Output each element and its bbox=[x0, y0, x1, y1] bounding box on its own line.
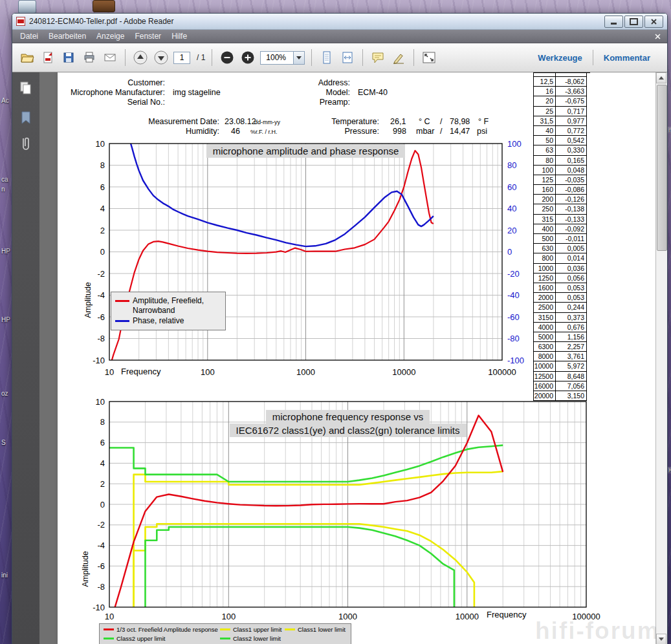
zoom-out-button[interactable] bbox=[219, 49, 236, 66]
save-button[interactable] bbox=[60, 49, 77, 66]
table-row: 1000,048 bbox=[534, 166, 590, 175]
serial-label: Serial No.: bbox=[61, 98, 165, 107]
werkzeuge-link[interactable]: Werkzeuge bbox=[527, 53, 592, 63]
legend-label: Class2 upper limit bbox=[116, 635, 166, 642]
vertical-scrollbar[interactable] bbox=[655, 72, 667, 644]
desktop-glass-icon[interactable] bbox=[18, 0, 36, 14]
legend-line-sample bbox=[104, 628, 114, 630]
level-cell: 0,373 bbox=[556, 313, 587, 323]
table-row: 125-0,035 bbox=[534, 175, 590, 185]
next-page-button[interactable] bbox=[153, 49, 170, 66]
fit-page-icon bbox=[341, 50, 354, 65]
svg-text:100: 100 bbox=[221, 612, 236, 621]
level-cell: -8,062 bbox=[556, 77, 587, 87]
legend-label: Amplitude, Freefield, Narrowband bbox=[133, 296, 221, 316]
level-cell: 0,053 bbox=[556, 283, 587, 293]
frequency-cell: 160 bbox=[534, 185, 556, 195]
menu-bearbeiten[interactable]: Bearbeiten bbox=[43, 30, 91, 42]
tolerance-limits-chart: -10-8-6-4-2024681010100100010000100000 m… bbox=[77, 396, 621, 644]
bookmarks-button[interactable] bbox=[16, 107, 36, 128]
table-row: 250,717 bbox=[534, 107, 590, 116]
minimize-button[interactable] bbox=[604, 16, 623, 28]
level-cell: 0,056 bbox=[556, 274, 587, 283]
legend-label: Phase, relative bbox=[133, 316, 221, 326]
menu-bar: Datei Bearbeiten Anzeige Fenster Hilfe bbox=[12, 30, 667, 43]
level-cell: -3,663 bbox=[556, 87, 587, 96]
close-icon bbox=[655, 34, 661, 39]
menu-datei[interactable]: Datei bbox=[15, 30, 43, 42]
fit-page-button[interactable] bbox=[339, 49, 356, 66]
table-row: 500-0,011 bbox=[534, 234, 590, 244]
page-scroll-mode-button[interactable] bbox=[318, 49, 335, 66]
create-pdf-button[interactable] bbox=[39, 49, 56, 66]
table-row: 160007,056 bbox=[534, 381, 590, 391]
menu-anzeige[interactable]: Anzeige bbox=[91, 30, 129, 42]
desktop-box-icon[interactable] bbox=[93, 0, 115, 12]
svg-text:6: 6 bbox=[100, 182, 105, 192]
desktop-icon-label: ini bbox=[1, 572, 8, 579]
svg-text:10: 10 bbox=[96, 139, 105, 149]
svg-text:0: 0 bbox=[100, 500, 105, 510]
open-file-icon bbox=[20, 51, 34, 64]
toolbar-separator bbox=[125, 49, 126, 66]
legend-line-sample bbox=[104, 638, 114, 639]
print-button[interactable] bbox=[81, 49, 98, 66]
frequency-cell: 315 bbox=[534, 215, 556, 224]
model-label: Model: bbox=[271, 88, 350, 97]
email-button[interactable] bbox=[102, 49, 118, 66]
humidity-unit: %r.F. / r.H. bbox=[250, 129, 278, 135]
toolbar: / 1 100% bbox=[12, 43, 667, 72]
chart1-y-axis-label: Amplitude bbox=[83, 271, 93, 329]
titlebar[interactable]: 240812-ECM40-Teller.pdf - Adobe Reader bbox=[12, 14, 667, 30]
frequency-cell: 200 bbox=[534, 195, 556, 204]
arrow-up-icon bbox=[659, 76, 664, 80]
page-thumbnails-button[interactable] bbox=[16, 78, 36, 98]
svg-text:100: 100 bbox=[507, 139, 522, 149]
svg-text:4: 4 bbox=[100, 458, 105, 468]
table-row: 16-3,663 bbox=[534, 87, 590, 96]
comment-button[interactable] bbox=[369, 49, 386, 66]
zoom-level-select[interactable]: 100% bbox=[260, 51, 305, 65]
scrollbar-thumb[interactable] bbox=[657, 85, 667, 251]
arrow-up-icon bbox=[133, 50, 148, 65]
desktop-icon-label: n bbox=[1, 186, 5, 193]
desktop-icon-label: S bbox=[1, 439, 6, 446]
legend-line-sample bbox=[220, 628, 230, 630]
svg-text:60: 60 bbox=[507, 182, 516, 192]
document-pane[interactable]: Customer: Microphone Manufacturer: img s… bbox=[39, 72, 656, 644]
chart2-title: microphone frequency response vs IEC6167… bbox=[109, 410, 586, 437]
document-area: Customer: Microphone Manufacturer: img s… bbox=[12, 72, 667, 644]
frequency-cell: 10000 bbox=[534, 361, 556, 371]
frequency-cell: 50 bbox=[534, 136, 556, 145]
svg-text:80: 80 bbox=[507, 160, 516, 170]
kommentar-link[interactable]: Kommentar bbox=[593, 53, 661, 63]
fullscreen-button[interactable] bbox=[421, 49, 437, 66]
page-count-label: / 1 bbox=[197, 53, 205, 62]
series-4 bbox=[112, 416, 503, 617]
attachments-button[interactable] bbox=[16, 133, 36, 154]
arrow-down-icon bbox=[659, 638, 664, 641]
legend-line-sample bbox=[220, 638, 230, 639]
legend-entry: Class1 lower limit bbox=[285, 626, 347, 633]
sign-button[interactable] bbox=[390, 49, 407, 66]
svg-text:-60: -60 bbox=[507, 312, 520, 322]
scroll-down-button[interactable] bbox=[656, 634, 666, 644]
amplitude-phase-chart: -10-8-6-4-2024681010100100010000100000-1… bbox=[77, 137, 569, 383]
zoom-dropdown-button[interactable] bbox=[293, 52, 304, 64]
page-number-input[interactable] bbox=[173, 52, 190, 64]
level-cell: 1,156 bbox=[556, 332, 587, 342]
document-close-button[interactable] bbox=[655, 34, 661, 39]
manufacturer-value: img stageline bbox=[173, 88, 221, 97]
level-cell: 8,648 bbox=[556, 372, 587, 381]
frequency-cell: 12500 bbox=[534, 372, 556, 381]
legend-label: Class1 upper limit bbox=[233, 626, 282, 633]
open-file-button[interactable] bbox=[19, 49, 36, 66]
maximize-button[interactable] bbox=[624, 16, 643, 28]
pen-icon bbox=[392, 51, 405, 64]
scroll-up-button[interactable] bbox=[656, 72, 666, 83]
menu-hilfe[interactable]: Hilfe bbox=[166, 30, 192, 42]
zoom-in-button[interactable] bbox=[239, 49, 256, 66]
close-button[interactable] bbox=[644, 16, 663, 28]
menu-fenster[interactable]: Fenster bbox=[129, 30, 166, 42]
previous-page-button[interactable] bbox=[132, 49, 149, 66]
